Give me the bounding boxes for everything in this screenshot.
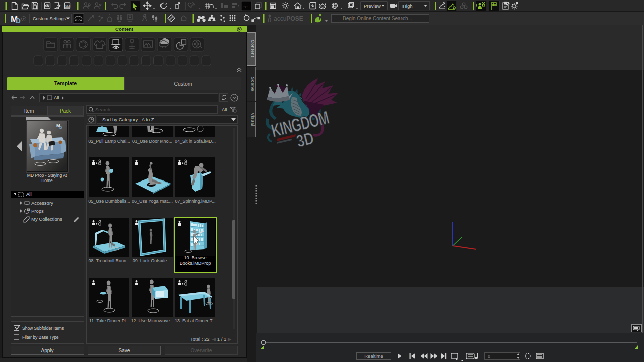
svg-text:D: D <box>59 125 62 130</box>
svg-text:High: High <box>403 3 413 9</box>
svg-text:Preview: Preview <box>364 3 381 9</box>
svg-text:accuPOSE: accuPOSE <box>274 15 303 22</box>
